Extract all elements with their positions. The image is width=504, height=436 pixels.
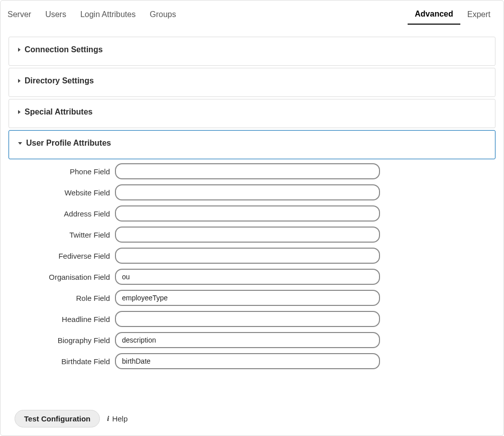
input-address[interactable] (115, 205, 380, 222)
input-organisation[interactable] (115, 269, 380, 285)
label-address: Address Field (9, 209, 115, 218)
tab-server[interactable]: Server (7, 6, 38, 24)
label-phone: Phone Field (9, 167, 115, 176)
row-phone: Phone Field (9, 163, 495, 179)
row-twitter: Twitter Field (9, 227, 495, 243)
input-biography[interactable] (115, 332, 380, 348)
input-website[interactable] (115, 184, 380, 200)
section-special-attributes: Special Attributes (9, 99, 495, 128)
row-biography: Biography Field (9, 332, 495, 348)
tab-users[interactable]: Users (38, 6, 73, 24)
label-organisation: Organisation Field (9, 273, 115, 281)
input-twitter[interactable] (115, 227, 380, 243)
section-title-special: Special Attributes (25, 107, 92, 117)
tab-login-attributes[interactable]: Login Attributes (73, 6, 143, 24)
section-connection-settings: Connection Settings (9, 37, 495, 66)
tab-expert[interactable]: Expert (460, 6, 497, 24)
section-header-user-profile[interactable]: User Profile Attributes (18, 139, 486, 148)
caret-right-icon (18, 79, 21, 83)
caret-right-icon (18, 110, 21, 114)
row-organisation: Organisation Field (9, 269, 495, 285)
section-directory-settings: Directory Settings (9, 68, 495, 97)
caret-right-icon (18, 48, 21, 52)
test-configuration-button[interactable]: Test Configuration (15, 410, 100, 427)
caret-down-icon (18, 142, 22, 145)
label-headline: Headline Field (9, 315, 115, 323)
row-address: Address Field (9, 205, 495, 222)
ldap-settings-panel: Server Users Login Attributes Groups Adv… (0, 0, 504, 436)
input-fediverse[interactable] (115, 248, 380, 264)
label-twitter: Twitter Field (9, 231, 115, 239)
section-header-connection[interactable]: Connection Settings (18, 45, 486, 54)
input-headline[interactable] (115, 311, 380, 327)
section-header-special[interactable]: Special Attributes (18, 107, 486, 117)
row-website: Website Field (9, 184, 495, 200)
label-fediverse: Fediverse Field (9, 252, 115, 260)
label-birthdate: Birthdate Field (9, 357, 115, 366)
sections-container: Connection Settings Directory Settings S… (7, 37, 497, 159)
section-header-directory[interactable]: Directory Settings (18, 76, 486, 85)
section-user-profile-attributes: User Profile Attributes (9, 130, 495, 159)
footer: Test Configuration i Help (15, 410, 128, 427)
tab-groups[interactable]: Groups (143, 6, 183, 24)
user-profile-form: Phone Field Website Field Address Field … (7, 163, 497, 369)
help-link[interactable]: i Help (107, 414, 128, 423)
section-title-user-profile: User Profile Attributes (26, 139, 111, 148)
tab-bar: Server Users Login Attributes Groups Adv… (7, 6, 497, 25)
row-headline: Headline Field (9, 311, 495, 327)
section-title-directory: Directory Settings (25, 76, 94, 85)
tab-advanced[interactable]: Advanced (408, 6, 460, 25)
label-website: Website Field (9, 188, 115, 197)
input-birthdate[interactable] (115, 353, 380, 369)
row-birthdate: Birthdate Field (9, 353, 495, 369)
input-role[interactable] (115, 290, 380, 306)
row-fediverse: Fediverse Field (9, 248, 495, 264)
label-role: Role Field (9, 294, 115, 302)
input-phone[interactable] (115, 163, 380, 179)
section-title-connection: Connection Settings (25, 45, 103, 54)
help-label: Help (112, 414, 128, 423)
row-role: Role Field (9, 290, 495, 306)
label-biography: Biography Field (9, 336, 115, 345)
info-icon: i (107, 415, 109, 422)
